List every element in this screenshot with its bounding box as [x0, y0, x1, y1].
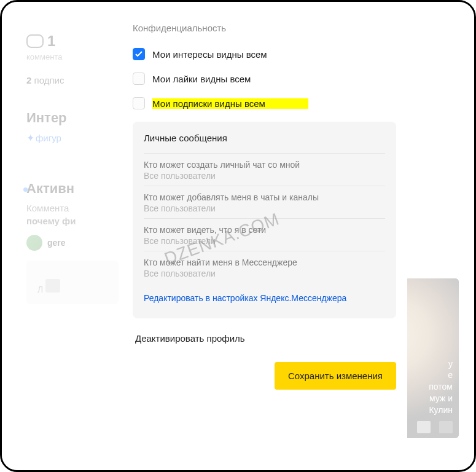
checkbox-interests[interactable] — [133, 48, 145, 60]
save-button[interactable]: Сохранить изменения — [275, 362, 396, 390]
pm-question: Кто может найти меня в Мессенджере — [144, 258, 385, 267]
deactivate-profile-link[interactable]: Деактивировать профиль — [135, 333, 396, 344]
checkbox-label: Мои интересы видны всем — [152, 49, 267, 60]
pm-question: Кто может видеть, что я в сети — [144, 225, 385, 235]
edit-messenger-link[interactable]: Редактировать в настройках Яндекс.Мессен… — [144, 292, 385, 305]
pm-answer: Все пользователи — [144, 269, 385, 278]
pm-answer: Все пользователи — [144, 171, 385, 181]
checkbox-row-interests[interactable]: Мои интересы видны всем — [133, 48, 396, 60]
pm-item[interactable]: Кто может добавлять меня в чаты и каналы… — [144, 186, 385, 218]
modal-section-title: Конфиденциальность — [133, 23, 396, 33]
settings-modal: Конфиденциальность Мои интересы видны вс… — [122, 2, 407, 470]
checkbox-row-likes[interactable]: Мои лайки видны всем — [133, 73, 396, 85]
checkbox-row-subscriptions[interactable]: Мои подписки видны всем — [133, 97, 396, 109]
pm-answer: Все пользователи — [144, 236, 385, 246]
pm-item[interactable]: Кто может создать личный чат со мной Все… — [144, 153, 385, 186]
personal-messages-card: Личные сообщения Кто может создать личны… — [133, 122, 396, 318]
pm-answer: Все пользователи — [144, 203, 385, 213]
pm-heading: Личные сообщения — [144, 133, 385, 143]
checkbox-likes[interactable] — [133, 73, 145, 85]
pm-item[interactable]: Кто может видеть, что я в сети Все польз… — [144, 218, 385, 251]
checkbox-subscriptions[interactable] — [133, 97, 145, 109]
checkbox-label: Мои подписки видны всем — [152, 98, 308, 109]
pm-item[interactable]: Кто может найти меня в Мессенджере Все п… — [144, 251, 385, 283]
pm-question: Кто может добавлять меня в чаты и каналы — [144, 192, 385, 202]
checkbox-label: Мои лайки видны всем — [152, 74, 251, 84]
pm-question: Кто может создать личный чат со мной — [144, 160, 385, 170]
